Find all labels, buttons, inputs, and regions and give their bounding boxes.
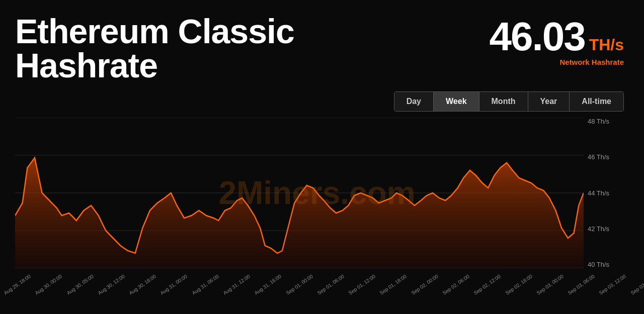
time-button-group: Day Week Month Year All-time (394, 91, 624, 112)
x-label-16: Sep 02, 18:00 (504, 273, 533, 296)
y-label-46: 46 Th/s (588, 153, 619, 161)
btn-alltime[interactable]: All-time (570, 92, 623, 111)
x-label-4: Aug 30, 18:00 (128, 273, 157, 296)
x-label-17: Sep 03, 00:00 (535, 273, 564, 296)
x-label-9: Sep 01, 00:00 (285, 273, 313, 296)
btn-week[interactable]: Week (434, 92, 479, 111)
x-axis: Aug 29, 18:00 Aug 30, 00:00 Aug 30, 05:0… (0, 279, 609, 298)
chart-fill (15, 158, 584, 268)
main-container: Ethereum Classic Hashrate 46.03 TH/s Net… (0, 0, 644, 314)
y-label-40: 40 Th/s (588, 261, 619, 268)
x-label-13: Sep 02, 00:00 (410, 273, 439, 296)
x-label-11: Sep 01, 12:00 (348, 273, 376, 296)
hashrate-unit: TH/s (589, 37, 624, 53)
hashrate-section: 46.03 TH/s Network Hashrate (489, 14, 624, 66)
btn-month[interactable]: Month (479, 92, 528, 111)
btn-year[interactable]: Year (528, 92, 570, 111)
x-label-2: Aug 30, 05:00 (65, 273, 94, 296)
x-label-19: Sep 03, 12:00 (598, 273, 627, 296)
x-label-8: Aug 31, 16:00 (254, 273, 282, 296)
y-label-44: 44 Th/s (588, 189, 619, 197)
x-label-14: Sep 02, 06:00 (442, 273, 470, 296)
time-controls: Day Week Month Year All-time (0, 87, 644, 114)
x-label-5: Aug 31, 00:00 (159, 273, 188, 296)
title-line1: Ethereum Classic (15, 14, 294, 48)
x-label-0: Aug 29, 18:00 (3, 273, 32, 296)
y-axis: 48 Th/s 46 Th/s 44 Th/s 42 Th/s 40 Th/s (584, 118, 619, 268)
chart-wrapper: 2Miners.com 48 Th/s 46 Th/s 44 Th/s 42 T… (15, 118, 619, 268)
hashrate-label: Network Hashrate (559, 58, 624, 66)
x-label-20: Sep 03, 18:00 (629, 273, 644, 296)
chart-svg (15, 118, 584, 268)
chart-area: 2Miners.com 48 Th/s 46 Th/s 44 Th/s 42 T… (0, 118, 644, 298)
x-label-6: Aug 31, 06:00 (191, 273, 219, 296)
x-label-7: Aug 31, 12:00 (222, 273, 251, 296)
x-label-15: Sep 02, 12:00 (473, 273, 502, 296)
hashrate-value-row: 46.03 TH/s (489, 17, 624, 57)
y-label-42: 42 Th/s (588, 225, 619, 233)
hashrate-number: 46.03 (489, 17, 585, 57)
x-label-10: Sep 01, 06:00 (316, 273, 345, 296)
y-label-48: 48 Th/s (588, 118, 619, 125)
btn-day[interactable]: Day (394, 92, 434, 111)
page-title: Ethereum Classic Hashrate (15, 14, 294, 82)
x-label-1: Aug 30, 00:00 (34, 273, 63, 296)
x-label-18: Sep 03, 06:00 (567, 273, 596, 296)
x-label-3: Aug 30, 12:00 (97, 273, 125, 296)
x-label-12: Sep 01, 18:00 (379, 273, 408, 296)
title-line2: Hashrate (15, 48, 294, 82)
header: Ethereum Classic Hashrate 46.03 TH/s Net… (0, 0, 644, 87)
